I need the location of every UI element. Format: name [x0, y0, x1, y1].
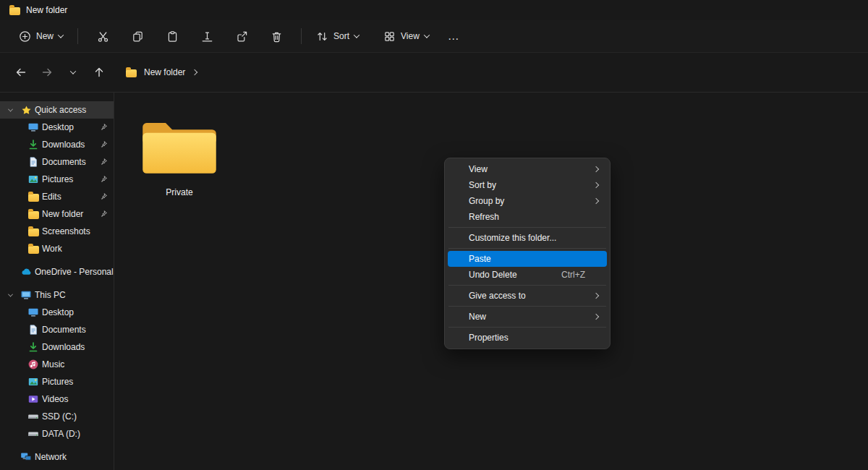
- sidebar-item-quick-access[interactable]: Quick access: [0, 101, 114, 119]
- documents-icon: [27, 324, 39, 336]
- folder-icon: [27, 226, 39, 237]
- pictures-icon: [27, 376, 39, 388]
- drive-icon: [27, 411, 39, 422]
- context-menu: View Sort by Group by Refresh Customize …: [444, 158, 610, 349]
- documents-icon: [27, 156, 39, 168]
- onedrive-cloud-icon: [20, 266, 32, 278]
- pin-icon: [99, 175, 109, 184]
- menu-item-refresh[interactable]: Refresh: [448, 209, 607, 225]
- menu-separator: [448, 248, 606, 249]
- chevron-right-icon: [593, 314, 599, 320]
- up-arrow-icon: [93, 66, 106, 79]
- sidebar-item-network[interactable]: Network: [0, 448, 114, 466]
- pin-icon: [99, 123, 109, 132]
- menu-item-customize-folder[interactable]: Customize this folder...: [448, 230, 607, 246]
- view-button-label: View: [401, 31, 420, 41]
- sidebar-item-drive-c[interactable]: SSD (C:): [0, 408, 114, 425]
- pictures-icon: [27, 174, 39, 185]
- folder-icon: [27, 208, 39, 220]
- menu-item-undo-delete[interactable]: Undo Delete Ctrl+Z: [448, 267, 607, 283]
- sidebar-item-work[interactable]: Work: [0, 240, 114, 257]
- folder-icon: [137, 114, 221, 181]
- back-button[interactable]: [10, 61, 32, 83]
- toolbar-separator: [301, 28, 302, 44]
- desktop-icon: [27, 121, 39, 133]
- cut-button[interactable]: [88, 25, 117, 48]
- plus-circle-icon: [19, 30, 31, 43]
- recent-locations-button[interactable]: [62, 61, 84, 83]
- new-button[interactable]: New: [12, 26, 70, 47]
- chevron-right-icon: [593, 198, 599, 204]
- navigation-bar: New folder: [0, 53, 868, 93]
- menu-item-sort-by[interactable]: Sort by: [448, 177, 607, 193]
- breadcrumb-item[interactable]: New folder: [144, 67, 185, 77]
- sidebar-item-onedrive[interactable]: OneDrive - Personal: [0, 263, 114, 281]
- pin-icon: [99, 192, 109, 201]
- view-button[interactable]: View: [376, 26, 436, 47]
- menu-item-give-access-to[interactable]: Give access to: [448, 288, 607, 304]
- sidebar-item-pc-documents[interactable]: Documents: [0, 321, 114, 338]
- videos-icon: [27, 393, 39, 405]
- sidebar-item-this-pc[interactable]: This PC: [0, 286, 114, 304]
- paste-button[interactable]: [158, 25, 187, 48]
- menu-item-properties[interactable]: Properties: [448, 330, 607, 346]
- chevron-right-icon: [593, 182, 599, 188]
- delete-button[interactable]: [262, 25, 291, 48]
- trash-icon: [271, 30, 283, 43]
- command-toolbar: New Sort View …: [0, 20, 868, 53]
- expand-chevron-icon[interactable]: [8, 291, 13, 296]
- menu-item-new[interactable]: New: [448, 309, 607, 325]
- folder-icon: [27, 243, 39, 255]
- toolbar-separator: [77, 28, 78, 44]
- sort-button-label: Sort: [333, 31, 349, 41]
- sidebar-item-pictures[interactable]: Pictures: [0, 171, 114, 188]
- sidebar-item-pc-pictures[interactable]: Pictures: [0, 373, 114, 390]
- paste-icon: [166, 30, 179, 43]
- breadcrumb: New folder: [126, 67, 197, 77]
- sidebar-item-pc-downloads[interactable]: Downloads: [0, 338, 114, 356]
- desktop-icon: [27, 307, 39, 318]
- back-arrow-icon: [14, 66, 27, 79]
- chevron-down-icon: [424, 32, 430, 38]
- sidebar-item-pc-music[interactable]: Music: [0, 356, 114, 373]
- forward-arrow-icon: [41, 66, 54, 79]
- menu-item-view[interactable]: View: [448, 161, 607, 177]
- sidebar-item-pc-desktop[interactable]: Desktop: [0, 304, 114, 321]
- menu-separator: [448, 327, 606, 328]
- sidebar-item-documents[interactable]: Documents: [0, 153, 114, 171]
- sidebar-item-pc-videos[interactable]: Videos: [0, 390, 114, 408]
- see-more-button[interactable]: …: [441, 30, 467, 43]
- chevron-down-icon: [70, 68, 76, 74]
- sidebar-item-downloads[interactable]: Downloads: [0, 136, 114, 153]
- share-button[interactable]: [227, 25, 256, 48]
- sidebar-item-drive-d[interactable]: DATA (D:): [0, 425, 114, 443]
- sidebar-item-new-folder[interactable]: New folder: [0, 205, 114, 223]
- music-icon: [27, 359, 39, 370]
- sidebar-item-edits[interactable]: Edits: [0, 188, 114, 205]
- this-pc-icon: [20, 289, 32, 301]
- pin-icon: [99, 140, 109, 149]
- view-grid-icon: [383, 30, 396, 43]
- breadcrumb-folder-icon: [126, 69, 137, 77]
- chevron-right-icon: [593, 166, 599, 172]
- cut-icon: [97, 30, 109, 43]
- pin-icon: [99, 210, 109, 218]
- navigation-pane: Quick access Desktop Downloads Documents…: [0, 93, 114, 470]
- menu-item-group-by[interactable]: Group by: [448, 193, 607, 209]
- title-bar: New folder: [0, 0, 868, 20]
- network-icon: [20, 451, 32, 463]
- sort-button[interactable]: Sort: [309, 26, 366, 47]
- expand-chevron-icon[interactable]: [8, 106, 13, 111]
- rename-icon: [201, 30, 213, 43]
- sidebar-item-screenshots[interactable]: Screenshots: [0, 223, 114, 240]
- file-item-private[interactable]: Private: [137, 114, 222, 197]
- rename-button[interactable]: [192, 25, 221, 48]
- menu-item-paste[interactable]: Paste: [448, 251, 607, 267]
- menu-separator: [448, 227, 606, 228]
- file-list-area[interactable]: Private View Sort by Group by Refresh Cu…: [114, 93, 868, 470]
- up-button[interactable]: [88, 61, 110, 83]
- menu-separator: [448, 306, 606, 307]
- copy-button[interactable]: [123, 25, 152, 48]
- sidebar-item-desktop[interactable]: Desktop: [0, 119, 114, 136]
- forward-button[interactable]: [36, 61, 58, 83]
